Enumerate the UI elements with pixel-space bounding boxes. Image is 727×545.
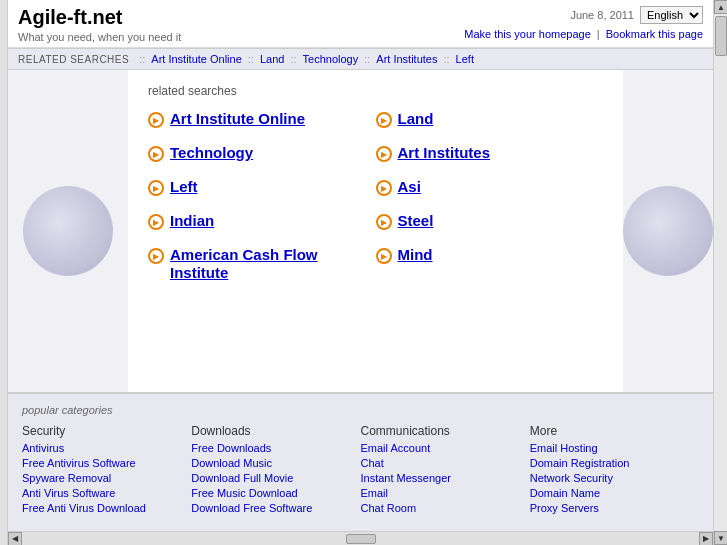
make-homepage-link[interactable]: Make this your homepage	[464, 28, 591, 40]
related-bar-item-3[interactable]: Art Institutes	[376, 53, 437, 65]
list-item: ▶ Art Institute Online	[148, 110, 376, 128]
popular-link-spyware[interactable]: Spyware Removal	[22, 472, 181, 484]
search-links-col1: ▶ Art Institute Online ▶ Technology ▶ Le…	[148, 110, 376, 298]
arrow-icon: ▶	[148, 180, 164, 196]
related-bar-sep2: ::	[248, 53, 254, 65]
popular-link-anti-virus-software[interactable]: Anti Virus Software	[22, 487, 181, 499]
popular-link-antivirus[interactable]: Antivirus	[22, 442, 181, 454]
popular-link-download-full-movie[interactable]: Download Full Movie	[191, 472, 350, 484]
search-link-land[interactable]: Land	[398, 110, 434, 128]
list-item: ▶ Asi	[376, 178, 604, 196]
right-scrollbar-thumb[interactable]	[715, 16, 727, 56]
right-scrollbar-track	[714, 14, 727, 531]
header-links: Make this your homepage | Bookmark this …	[464, 28, 703, 40]
list-item: ▶ Indian	[148, 212, 376, 230]
scroll-left-button[interactable]: ◀	[8, 532, 22, 546]
arrow-icon: ▶	[148, 146, 164, 162]
popular-link-free-antivirus[interactable]: Free Antivirus Software	[22, 457, 181, 469]
bookmark-link[interactable]: Bookmark this page	[606, 28, 703, 40]
popular-link-chat-room[interactable]: Chat Room	[361, 502, 520, 514]
search-links-col2: ▶ Land ▶ Art Institutes ▶ Asi ▶	[376, 110, 604, 298]
scroll-right-button[interactable]: ▶	[699, 532, 713, 546]
popular-col-downloads: Downloads Free Downloads Download Music …	[191, 424, 360, 517]
bottom-scrollbar: ◀ ▶	[8, 531, 713, 545]
arrow-icon: ▶	[148, 214, 164, 230]
header-separator: |	[597, 28, 600, 40]
search-link-american-cash-flow[interactable]: American Cash Flow Institute	[170, 246, 376, 282]
popular-link-domain-registration[interactable]: Domain Registration	[530, 457, 689, 469]
popular-col-title-downloads: Downloads	[191, 424, 350, 438]
list-item: ▶ Land	[376, 110, 604, 128]
search-link-steel[interactable]: Steel	[398, 212, 434, 230]
left-scrollbar	[0, 0, 8, 545]
header: Agile-ft.net What you need, when you nee…	[8, 0, 713, 48]
popular-title: popular categories	[22, 404, 699, 416]
arrow-icon: ▶	[376, 180, 392, 196]
arrow-icon: ▶	[376, 248, 392, 264]
popular-col-title-more: More	[530, 424, 689, 438]
search-link-left[interactable]: Left	[170, 178, 198, 196]
related-bar-sep5: ::	[443, 53, 449, 65]
popular-link-proxy-servers[interactable]: Proxy Servers	[530, 502, 689, 514]
popular-link-email-account[interactable]: Email Account	[361, 442, 520, 454]
related-bar-sep1: ::	[139, 53, 145, 65]
decorative-circle-right	[623, 186, 713, 276]
language-select[interactable]: English	[640, 6, 703, 24]
popular-link-domain-name[interactable]: Domain Name	[530, 487, 689, 499]
popular-link-download-free-software[interactable]: Download Free Software	[191, 502, 350, 514]
popular-col-communications: Communications Email Account Chat Instan…	[361, 424, 530, 517]
list-item: ▶ Technology	[148, 144, 376, 162]
scroll-up-button[interactable]: ▲	[714, 0, 727, 14]
popular-link-email[interactable]: Email	[361, 487, 520, 499]
search-link-art-institute-online[interactable]: Art Institute Online	[170, 110, 305, 128]
scroll-down-button[interactable]: ▼	[714, 531, 727, 545]
related-bar-sep4: ::	[364, 53, 370, 65]
bottom-scrollbar-track	[22, 532, 699, 545]
related-bar-item-4[interactable]: Left	[456, 53, 474, 65]
list-item: ▶ Steel	[376, 212, 604, 230]
related-bar-item-1[interactable]: Land	[260, 53, 284, 65]
circle-left	[8, 70, 128, 392]
main-area: related searches ▶ Art Institute Online …	[8, 70, 713, 392]
popular-link-network-security[interactable]: Network Security	[530, 472, 689, 484]
popular-link-chat[interactable]: Chat	[361, 457, 520, 469]
list-item: ▶ Art Institutes	[376, 144, 604, 162]
site-title: Agile-ft.net	[18, 6, 181, 29]
popular-link-download-music[interactable]: Download Music	[191, 457, 350, 469]
related-bar-item-2[interactable]: Technology	[303, 53, 359, 65]
header-right: June 8, 2011 English Make this your home…	[464, 6, 703, 40]
arrow-icon: ▶	[148, 248, 164, 264]
related-bar: RELATED SEARCHES :: Art Institute Online…	[8, 48, 713, 70]
bottom-scrollbar-thumb[interactable]	[346, 534, 376, 544]
arrow-icon: ▶	[148, 112, 164, 128]
search-link-technology[interactable]: Technology	[170, 144, 253, 162]
related-searches-title: related searches	[148, 84, 603, 98]
popular-col-security: Security Antivirus Free Antivirus Softwa…	[22, 424, 191, 517]
popular-link-email-hosting[interactable]: Email Hosting	[530, 442, 689, 454]
search-link-asi[interactable]: Asi	[398, 178, 421, 196]
related-bar-item-0[interactable]: Art Institute Online	[151, 53, 242, 65]
date-display: June 8, 2011	[570, 9, 634, 21]
related-bar-label: RELATED SEARCHES	[18, 54, 129, 65]
search-links-grid: ▶ Art Institute Online ▶ Technology ▶ Le…	[148, 110, 603, 298]
right-scrollbar: ▲ ▼	[713, 0, 727, 545]
circle-right	[623, 70, 713, 392]
popular-link-free-music-download[interactable]: Free Music Download	[191, 487, 350, 499]
arrow-icon: ▶	[376, 146, 392, 162]
popular-col-title-communications: Communications	[361, 424, 520, 438]
list-item: ▶ Mind	[376, 246, 604, 264]
search-link-mind[interactable]: Mind	[398, 246, 433, 264]
site-tagline: What you need, when you need it	[18, 31, 181, 43]
arrow-icon: ▶	[376, 112, 392, 128]
popular-link-free-anti-virus-download[interactable]: Free Anti Virus Download	[22, 502, 181, 514]
list-item: ▶ American Cash Flow Institute	[148, 246, 376, 282]
arrow-icon: ▶	[376, 214, 392, 230]
date-lang-row: June 8, 2011 English	[464, 6, 703, 24]
popular-grid: Security Antivirus Free Antivirus Softwa…	[22, 424, 699, 517]
search-link-indian[interactable]: Indian	[170, 212, 214, 230]
popular-link-instant-messenger[interactable]: Instant Messenger	[361, 472, 520, 484]
header-left: Agile-ft.net What you need, when you nee…	[18, 6, 181, 43]
popular-section: popular categories Security Antivirus Fr…	[8, 392, 713, 531]
popular-link-free-downloads[interactable]: Free Downloads	[191, 442, 350, 454]
search-link-art-institutes[interactable]: Art Institutes	[398, 144, 491, 162]
